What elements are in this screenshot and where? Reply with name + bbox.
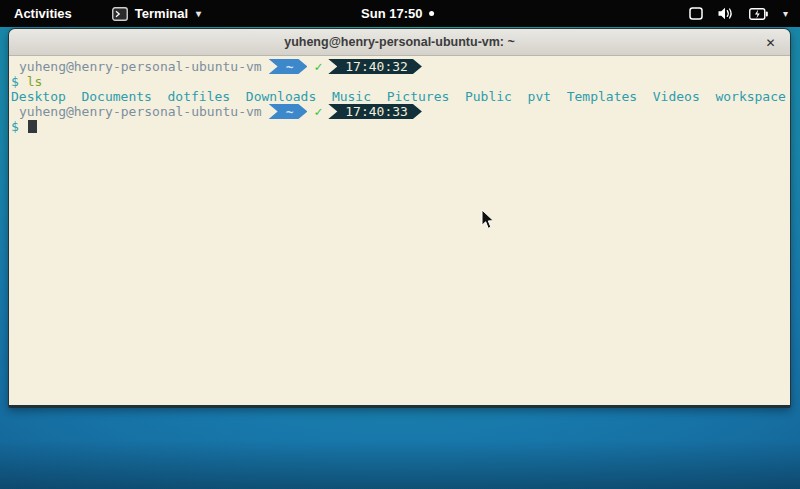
prompt-time-segment: 17:40:32 — [328, 59, 422, 74]
ls-output: Desktop Documents dotfiles Downloads Mus… — [11, 89, 790, 104]
prompt-path-segment: ~ — [269, 59, 308, 74]
window-titlebar[interactable]: yuheng@henry-personal-ubuntu-vm: ~ ✕ — [9, 29, 790, 56]
terminal-app-icon — [112, 7, 128, 21]
app-menu-label: Terminal — [135, 6, 188, 21]
mouse-cursor-icon — [481, 209, 495, 230]
activities-button[interactable]: Activities — [14, 6, 72, 21]
volume-icon — [718, 7, 734, 20]
prompt-line-1: yuheng@henry-personal-ubuntu-vm ~ ✓ 17:4… — [11, 59, 790, 74]
top-bar: Activities Terminal ▾ Sun 17:50 ▾ — [0, 0, 800, 27]
terminal-window: yuheng@henry-personal-ubuntu-vm: ~ ✕ yuh… — [8, 28, 791, 408]
status-check-icon: ✓ — [314, 104, 322, 119]
desktop: Activities Terminal ▾ Sun 17:50 ▾ — [0, 0, 800, 489]
prompt-symbol: $ — [11, 74, 27, 89]
system-status-area[interactable]: ▾ — [689, 7, 788, 20]
command-line: $ ls — [11, 74, 790, 89]
prompt-time-segment: 17:40:33 — [328, 104, 422, 119]
clock-label: Sun 17:50 — [361, 6, 422, 21]
prompt-user: yuheng@henry-personal-ubuntu-vm — [19, 59, 262, 74]
prompt-path-segment: ~ — [269, 104, 308, 119]
prompt-line-2: yuheng@henry-personal-ubuntu-vm ~ ✓ 17:4… — [11, 104, 790, 119]
close-button[interactable]: ✕ — [761, 33, 780, 52]
prompt-user: yuheng@henry-personal-ubuntu-vm — [19, 104, 262, 119]
clock-button[interactable]: Sun 17:50 — [361, 6, 434, 21]
text-cursor — [28, 120, 37, 133]
command-text: ls — [27, 74, 43, 89]
notification-dot-icon — [430, 11, 435, 16]
current-prompt-line[interactable]: $ — [11, 119, 790, 134]
screen-icon — [689, 7, 703, 20]
battery-charging-icon — [749, 8, 768, 20]
terminal-content[interactable]: yuheng@henry-personal-ubuntu-vm ~ ✓ 17:4… — [9, 56, 790, 405]
status-check-icon: ✓ — [314, 59, 322, 74]
prompt-symbol: $ — [11, 119, 27, 134]
window-title: yuheng@henry-personal-ubuntu-vm: ~ — [284, 35, 515, 49]
chevron-down-icon: ▾ — [196, 8, 201, 19]
app-menu[interactable]: Terminal ▾ — [112, 6, 201, 21]
system-menu-chevron-icon: ▾ — [783, 8, 788, 19]
